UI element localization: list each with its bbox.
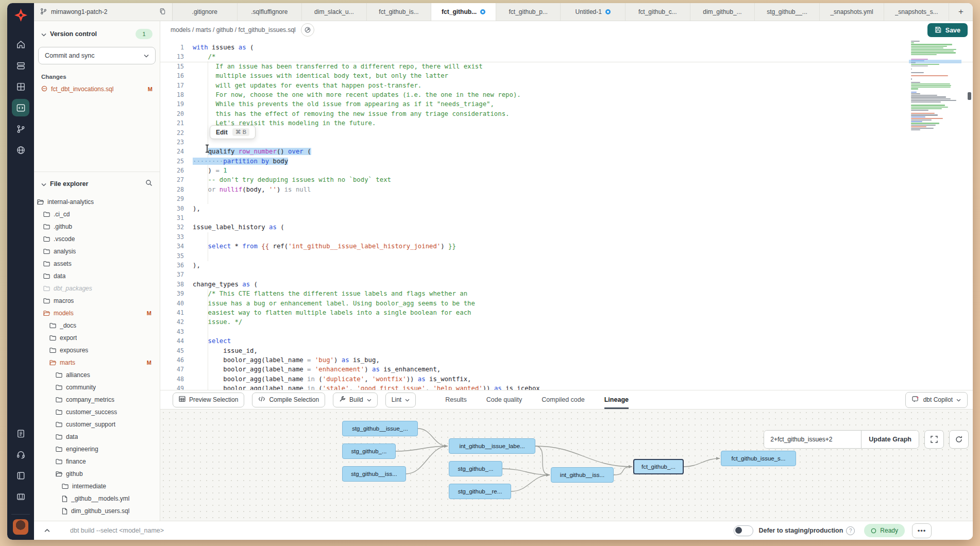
- dbt-copilot-button[interactable]: dbt Copilot: [905, 392, 968, 408]
- folder-dbt_packages[interactable]: dbt_packages: [34, 282, 160, 295]
- chevron-down-icon[interactable]: [41, 29, 46, 39]
- folder-_docs[interactable]: _docs: [34, 319, 160, 332]
- folder-.github[interactable]: .github: [34, 220, 160, 233]
- tab-fct_github_is...[interactable]: fct_github_is...: [367, 3, 432, 21]
- lineage-node-stg_github__iss[interactable]: stg_github__iss...: [342, 466, 406, 482]
- save-button[interactable]: Save: [927, 23, 968, 37]
- folder-data[interactable]: data: [34, 270, 160, 282]
- help-icon[interactable]: ?: [846, 526, 855, 535]
- folder-customer_support[interactable]: customer_support: [34, 418, 160, 431]
- tab-fct_github_p...[interactable]: fct_github_p...: [496, 3, 561, 21]
- projects-grid-icon[interactable]: [12, 78, 29, 95]
- minimap-line: [911, 42, 914, 43]
- tab-lineage[interactable]: Lineage: [604, 390, 629, 409]
- folder-alliances[interactable]: alliances: [34, 369, 160, 381]
- tab-.sqlfluffignore[interactable]: .sqlfluffignore: [238, 3, 302, 21]
- editor-scrollbar-thumb[interactable]: [968, 92, 971, 100]
- tab-results[interactable]: Results: [445, 390, 467, 409]
- update-graph-button[interactable]: Update Graph: [861, 431, 919, 448]
- minimap-line: [911, 41, 920, 42]
- folder-github[interactable]: github: [34, 468, 160, 480]
- minimap[interactable]: [911, 41, 959, 131]
- chevron-down-icon[interactable]: [41, 179, 46, 189]
- dbt-logo-icon[interactable]: [14, 8, 28, 24]
- search-icon[interactable]: [145, 179, 153, 189]
- folder-customer_success[interactable]: customer_success: [34, 406, 160, 418]
- tab-Untitled-1[interactable]: Untitled-1: [561, 3, 626, 21]
- ide-icon[interactable]: [12, 99, 29, 116]
- defer-toggle[interactable]: [734, 525, 753, 536]
- copy-link-icon[interactable]: [301, 23, 314, 37]
- fullscreen-button[interactable]: [924, 430, 944, 449]
- copy-branch-icon[interactable]: [159, 8, 166, 16]
- chevron-up-icon[interactable]: [39, 524, 55, 537]
- branch-workspace-icon[interactable]: [12, 120, 29, 138]
- folder-intermediate[interactable]: intermediate: [34, 480, 160, 492]
- lineage-node-int_github__issue_labe[interactable]: int_github__issue_labe...: [449, 438, 535, 454]
- folder-exposures[interactable]: exposures: [34, 344, 160, 356]
- tab-_snapshots_s...[interactable]: _snapshots_s...: [884, 3, 949, 21]
- folder-models[interactable]: modelsM: [34, 307, 160, 319]
- keyboard-shortcuts-icon[interactable]: [12, 488, 29, 505]
- folder-icon: [62, 483, 69, 489]
- folder-marts[interactable]: martsM: [34, 356, 160, 369]
- folder-analysis[interactable]: analysis: [34, 245, 160, 258]
- command-input[interactable]: [69, 526, 734, 535]
- tab-.gitignore[interactable]: .gitignore: [173, 3, 238, 21]
- commit-and-sync-button[interactable]: Commit and sync: [38, 47, 156, 64]
- folder-engineering[interactable]: engineering: [34, 443, 160, 455]
- lineage-node-stg_github_[interactable]: stg_github_...: [342, 443, 396, 459]
- user-avatar[interactable]: [13, 519, 28, 535]
- lint-button[interactable]: Lint: [385, 393, 416, 407]
- folder-company_metrics[interactable]: company_metrics: [34, 394, 160, 406]
- folder-.ci_cd[interactable]: .ci_cd: [34, 208, 160, 220]
- folder-community[interactable]: community: [34, 381, 160, 394]
- file-_github__models.yml[interactable]: _github__models.yml: [34, 492, 160, 505]
- folder-.vscode[interactable]: .vscode: [34, 233, 160, 245]
- tab-stg_github__...[interactable]: stg_github__...: [755, 3, 820, 21]
- file-dim_github_users.sql[interactable]: dim_github_users.sql: [34, 505, 160, 517]
- environments-icon[interactable]: [12, 57, 29, 74]
- changed-file-row[interactable]: fct_dbt_invocations.sql M: [34, 83, 160, 95]
- folder-data[interactable]: data: [34, 431, 160, 443]
- lineage-node-stg_github__issue_[interactable]: stg_github__issue_...: [342, 421, 418, 436]
- folder-internal-analytics[interactable]: internal-analytics: [34, 196, 160, 208]
- globe-icon[interactable]: [12, 141, 29, 159]
- preview-selection-button[interactable]: Preview Selection: [173, 393, 244, 407]
- folder-assets[interactable]: assets: [34, 258, 160, 270]
- tab-compiled-code[interactable]: Compiled code: [542, 390, 584, 409]
- lineage-selector-input[interactable]: [764, 431, 861, 448]
- tab-fct_github_c...[interactable]: fct_github_c...: [626, 3, 690, 21]
- minimap-line: [911, 49, 956, 50]
- new-tab-button[interactable]: +: [949, 3, 973, 21]
- changelog-icon[interactable]: [12, 424, 29, 442]
- tab-dim_slack_u...[interactable]: dim_slack_u...: [302, 3, 367, 21]
- folder-icon: [56, 434, 62, 440]
- lineage-node-stg_github_[interactable]: stg_github_...: [449, 461, 502, 476]
- folder-finance[interactable]: finance: [34, 455, 160, 468]
- folder-macros[interactable]: macros: [34, 295, 160, 307]
- tab-_snapshots.yml[interactable]: _snapshots.yml: [820, 3, 885, 21]
- lineage-node-int_github__iss[interactable]: int_github__iss...: [551, 467, 614, 483]
- support-headset-icon[interactable]: [12, 446, 29, 463]
- tab-fct_github...[interactable]: fct_github...: [431, 3, 496, 21]
- lineage-node-fct_github_[interactable]: fct_github_...: [633, 459, 684, 474]
- code-line-25: 25········partition by body: [160, 157, 973, 166]
- docs-icon[interactable]: [12, 467, 29, 484]
- refresh-button[interactable]: [949, 430, 969, 449]
- branch-selector[interactable]: mirnawong1-patch-2: [34, 3, 173, 21]
- lineage-node-stg_github__re[interactable]: stg_github__re...: [449, 484, 511, 499]
- home-icon[interactable]: [12, 36, 29, 53]
- code-line-23: 23: [160, 138, 973, 147]
- build-button[interactable]: Build: [333, 393, 378, 407]
- folder-export[interactable]: export: [34, 332, 160, 344]
- version-control-title: Version control: [50, 30, 97, 38]
- tab-dim_github_...[interactable]: dim_github_...: [690, 3, 755, 21]
- compile-selection-button[interactable]: Compile Selection: [252, 393, 325, 407]
- tab-code-quality[interactable]: Code quality: [486, 390, 522, 409]
- edit-popup[interactable]: Edit ⌘ B: [210, 125, 256, 139]
- code-editor[interactable]: 1with issues as (13 /*15 If an issue has…: [160, 39, 973, 390]
- more-options-button[interactable]: •••: [912, 523, 932, 538]
- code-line-15: 15 If an issue has been transferred to a…: [160, 62, 973, 71]
- lineage-node-fct_github_issue_s[interactable]: fct_github_issue_s...: [721, 451, 796, 466]
